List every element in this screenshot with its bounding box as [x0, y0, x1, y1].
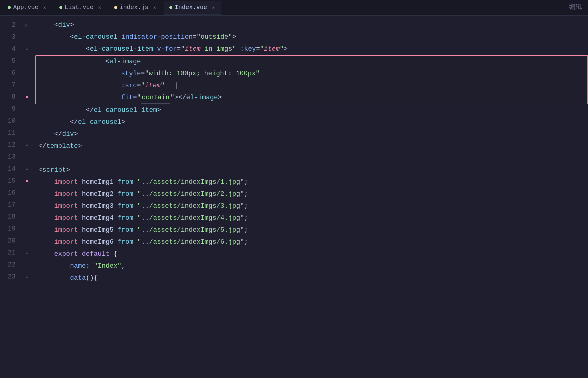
code-text: " [161, 80, 165, 91]
tab-app-vue[interactable]: App.vue ✕ [2, 1, 53, 14]
code-text [38, 249, 54, 259]
code-text: < [42, 56, 109, 67]
line-numbers: 2 3 4 5 6 7 8 9 10 11 12 13 14 15 16 17 … [0, 16, 22, 378]
code-text [38, 273, 70, 283]
tab-app-vue-close[interactable]: ✕ [42, 4, 47, 11]
code-text: indicator-position [121, 32, 193, 42]
line-num-18: 18 [0, 211, 16, 223]
code-content[interactable]: <div> <el-carousel indicator-position="o… [32, 16, 588, 378]
line-num-23: 23 [0, 271, 16, 283]
gutter-fold-21[interactable]: ▽ [22, 247, 32, 259]
code-text: :src [121, 80, 137, 91]
code-text: "outside" [197, 32, 232, 42]
code-text: : [86, 261, 94, 271]
tab-index-js-label: index.js [120, 4, 148, 11]
code-text: data [70, 273, 86, 283]
code-text: fit [121, 92, 133, 103]
gutter-fold-2[interactable]: ▷ [22, 19, 32, 31]
code-text [38, 201, 54, 211]
code-text: </ [38, 105, 94, 115]
code-text [38, 225, 54, 235]
gutter-22 [22, 259, 32, 271]
code-text: = [133, 92, 137, 103]
code-text [78, 249, 82, 259]
tab-index-js[interactable]: index.js ✕ [109, 1, 163, 14]
code-line-8: fit="contain"></el-image> [36, 92, 587, 104]
vue-dot-icon [8, 6, 11, 9]
code-text: homeImg6 [78, 237, 117, 247]
tab-app-vue-label: App.vue [13, 4, 38, 11]
code-text: > [284, 44, 288, 54]
code-text: > [121, 117, 125, 127]
code-text: "Index" [94, 261, 121, 271]
gutter-fold-14[interactable]: ▽ [22, 163, 32, 175]
line-num-22: 22 [0, 259, 16, 271]
code-text: import [54, 189, 78, 199]
code-text: "../assets/indexImgs/5.jpg" [137, 225, 244, 235]
tab-list-vue[interactable]: List.vue ✕ [54, 1, 108, 14]
code-text: name [70, 261, 86, 271]
vue-dot-icon [59, 6, 62, 9]
editor-area: 2 3 4 5 6 7 8 9 10 11 12 13 14 15 16 17 … [0, 16, 588, 378]
gutter-13 [22, 151, 32, 163]
code-text: </ [38, 117, 78, 127]
vue-dot-icon [169, 6, 172, 9]
tab-index-vue-close[interactable]: ✕ [211, 4, 216, 11]
code-text: = [193, 32, 197, 42]
code-text: "width: 100px; height: 100px" [145, 68, 260, 79]
code-text [38, 189, 54, 199]
gutter-5 [22, 55, 32, 67]
code-text: < [38, 165, 42, 175]
tab-index-js-close[interactable]: ✕ [152, 4, 157, 11]
code-text: homeImg4 [78, 213, 117, 223]
code-text: homeImg3 [78, 201, 117, 211]
code-text: "../assets/indexImgs/1.jpg" [137, 177, 244, 187]
tab-list-vue-close[interactable]: ✕ [97, 4, 102, 11]
code-text: el-image [186, 92, 218, 103]
code-text [133, 237, 137, 247]
tab-index-vue[interactable]: Index.vue ✕ [164, 1, 221, 14]
code-text: "../assets/indexImgs/6.jpg" [137, 237, 244, 247]
code-text: ; [244, 237, 248, 247]
line-num-2: 2 [0, 19, 16, 31]
code-text [133, 189, 137, 199]
code-text: < [38, 44, 90, 54]
gutter-fold-12[interactable]: ▽ [22, 139, 32, 151]
line-num-15: 15 [0, 175, 16, 187]
code-text: item [264, 44, 280, 54]
gutter-fold-4: ▽ [22, 43, 32, 55]
code-text: style [121, 68, 141, 79]
code-text [38, 213, 54, 223]
code-text: " [280, 44, 284, 54]
code-text: < [38, 20, 58, 30]
gutter-fold-23[interactable]: ▽ [22, 271, 32, 283]
tab-bar: App.vue ✕ List.vue ✕ index.js ✕ Index.vu… [0, 0, 588, 16]
line-num-13: 13 [0, 151, 16, 163]
code-text: "../assets/indexImgs/4.jpg" [137, 213, 244, 223]
code-line-14: <script> [32, 164, 588, 176]
code-text [133, 213, 137, 223]
code-text: > [157, 105, 161, 115]
code-text: (){ [86, 273, 98, 283]
code-text: "../assets/indexImgs/3.jpg" [137, 201, 244, 211]
code-text: = [141, 68, 145, 79]
code-text [38, 237, 54, 247]
code-line-18: import homeImg4 from "../assets/indexImg… [32, 212, 588, 224]
code-line-4: <el-carousel-item v-for="item in imgs" :… [32, 43, 588, 55]
code-text: export [54, 249, 78, 259]
line-num-14: 14 [0, 163, 16, 175]
code-text: contain [141, 92, 170, 103]
code-text: item [185, 44, 201, 54]
code-text: import [54, 201, 78, 211]
code-text: template [46, 141, 78, 151]
line-num-7: 7 [0, 79, 16, 91]
code-text [133, 225, 137, 235]
code-text: from [117, 177, 133, 187]
code-text: from [117, 225, 133, 235]
gutter-7 [22, 79, 32, 91]
code-text: homeImg5 [78, 225, 117, 235]
code-line-9: </el-carousel-item> [32, 104, 588, 116]
code-text [236, 44, 240, 54]
code-text: </ [38, 129, 62, 139]
gutter-19 [22, 223, 32, 235]
